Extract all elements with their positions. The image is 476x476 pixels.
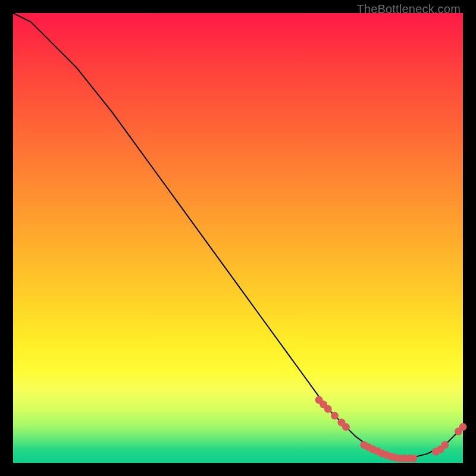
highlight-dot xyxy=(459,423,467,431)
highlight-dot xyxy=(342,423,350,431)
highlight-dot xyxy=(441,441,449,449)
chart-stage: TheBottleneck.com xyxy=(0,0,476,476)
watermark-label: TheBottleneck.com xyxy=(356,2,461,16)
highlight-dot xyxy=(331,412,339,419)
bottleneck-curve xyxy=(13,13,463,458)
highlight-dots xyxy=(315,396,467,462)
highlight-dot xyxy=(409,455,417,462)
highlight-dot xyxy=(324,405,332,413)
chart-overlay-svg xyxy=(13,13,463,463)
